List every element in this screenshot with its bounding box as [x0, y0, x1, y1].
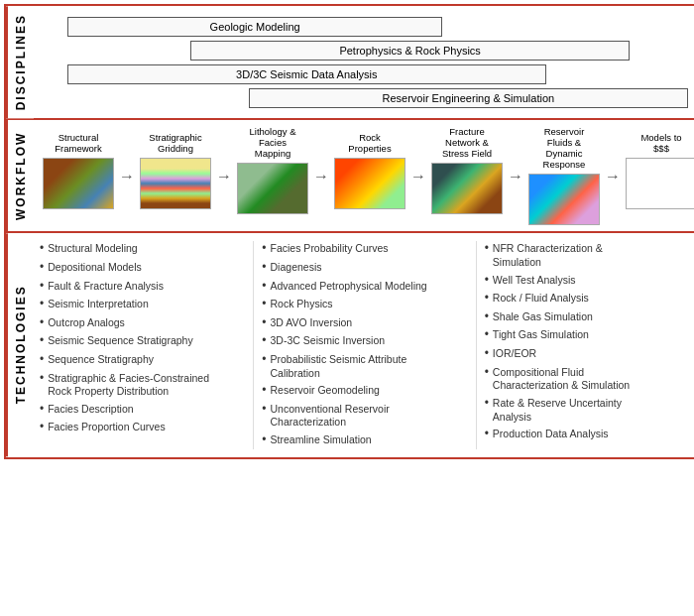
tech-item-1-6: •Probabilistic Seismic Attribute Calibra… [262, 352, 467, 381]
tech-text-0-3: Seismic Interpretation [48, 298, 149, 311]
tech-item-0-7: •Stratigraphic & Facies-Constrained Rock… [40, 371, 245, 400]
workflow-step-image-6 [626, 158, 694, 209]
tech-text-1-7: Reservoir Geomodeling [271, 384, 380, 398]
tech-item-1-0: •Facies Probability Curves [262, 241, 467, 258]
tech-text-1-0: Facies Probability Curves [271, 242, 389, 256]
bullet-icon-1-2: • [262, 279, 266, 295]
workflow-step-image-5 [528, 174, 600, 225]
tech-item-2-0: •NFR Characterization & Simulation [485, 241, 690, 270]
tech-column-1: •Facies Probability Curves•Diagenesis•Ad… [262, 241, 467, 448]
tech-text-1-4: 3D AVO Inversion [271, 316, 353, 330]
tech-item-1-7: •Reservoir Geomodeling [262, 383, 467, 400]
tech-text-0-2: Fault & Fracture Analysis [48, 280, 164, 294]
tech-item-2-2: •Rock / Fluid Analysis [485, 291, 690, 308]
tech-text-2-3: Shale Gas Simulation [493, 310, 593, 324]
tech-text-1-1: Diagenesis [271, 261, 322, 275]
discipline-bar-0: Geologic Modeling [67, 17, 442, 37]
tech-text-2-1: Well Test Analysis [493, 274, 576, 288]
discipline-bar-3: Reservoir Engineering & Simulation [249, 88, 688, 108]
tech-item-2-7: •Rate & Reserve Uncertainty Analysis [485, 396, 690, 425]
disciplines-label: DISCIPLINES [6, 6, 34, 118]
tech-item-2-6: •Compositional Fluid Characterization & … [485, 365, 690, 394]
bullet-icon-0-4: • [40, 315, 44, 331]
bullet-icon-2-4: • [485, 327, 489, 343]
col-divider-1 [253, 241, 254, 448]
bullet-icon-0-8: • [40, 402, 44, 418]
workflow-step-label-2: Lithology & Facies Mapping [249, 126, 295, 159]
bullet-icon-0-1: • [40, 260, 44, 276]
tech-item-1-1: •Diagenesis [262, 260, 467, 277]
bullet-icon-1-1: • [262, 260, 266, 276]
tech-text-2-8: Production Data Analysis [493, 428, 609, 441]
workflow-step-4: Fracture Network & Stress Field [426, 126, 508, 214]
discipline-bar-1: Petrophysics & Rock Physics [190, 41, 630, 61]
tech-item-0-9: •Facies Proportion Curves [40, 420, 245, 436]
tech-text-2-0: NFR Characterization & Simulation [493, 242, 603, 269]
tech-text-0-5: Seismic Sequence Stratigraphy [48, 334, 193, 348]
workflow-step-image-0 [43, 158, 114, 209]
tech-text-2-4: Tight Gas Simulation [493, 328, 589, 342]
discipline-bar-2: 3D/3C Seismic Data Analysis [67, 64, 545, 84]
tech-item-0-8: •Facies Description [40, 402, 245, 419]
bullet-icon-2-6: • [485, 365, 489, 381]
workflow-content: Structural Framework→Stratigraphic Gridd… [34, 120, 694, 231]
bullet-icon-1-6: • [262, 352, 266, 368]
bullet-icon-0-7: • [40, 371, 44, 387]
main-container: DISCIPLINES Geologic ModelingPetrophysic… [4, 4, 694, 459]
tech-text-2-6: Compositional Fluid Characterization & S… [493, 366, 630, 393]
tech-item-2-5: •IOR/EOR [485, 346, 690, 363]
workflow-step-image-4 [431, 163, 503, 214]
bullet-icon-2-1: • [485, 273, 489, 289]
tech-item-0-2: •Fault & Fracture Analysis [40, 279, 245, 296]
tech-text-0-9: Facies Proportion Curves [48, 421, 165, 434]
tech-text-1-2: Advanced Petrophysical Modeling [271, 280, 427, 294]
bullet-icon-0-6: • [40, 352, 44, 368]
bullet-icon-2-0: • [485, 241, 489, 257]
tech-item-0-5: •Seismic Sequence Stratigraphy [40, 333, 245, 350]
bullet-icon-0-3: • [40, 297, 44, 312]
workflow-step-2: Lithology & Facies Mapping [232, 126, 313, 214]
bullet-icon-1-7: • [262, 383, 266, 399]
workflow-section: WORKFLOW Structural Framework→Stratigrap… [6, 120, 694, 233]
workflow-step-label-5: Reservoir Fluids & Dynamic Response [543, 126, 586, 170]
tech-text-0-6: Sequence Stratigraphy [48, 353, 154, 367]
bullet-icon-2-2: • [485, 291, 489, 307]
workflow-arrow-6: → [605, 168, 621, 185]
col-divider-2 [476, 241, 477, 448]
disciplines-content: Geologic ModelingPetrophysics & Rock Phy… [34, 6, 694, 118]
workflow-arrow-1: → [119, 168, 135, 185]
workflow-arrow-4: → [410, 168, 426, 185]
workflow-step-label-6: Models to $$$ [640, 126, 681, 154]
tech-text-1-5: 3D-3C Seismic Inversion [271, 334, 386, 348]
tech-item-0-6: •Sequence Stratigraphy [40, 352, 245, 369]
tech-text-2-2: Rock / Fluid Analysis [493, 292, 589, 306]
tech-text-1-9: Streamline Simulation [271, 433, 372, 447]
workflow-step-image-2 [237, 163, 308, 214]
bullet-icon-0-5: • [40, 333, 44, 349]
technologies-label: TECHNOLOGIES [6, 233, 34, 456]
tech-item-2-8: •Production Data Analysis [485, 427, 690, 443]
tech-item-0-3: •Seismic Interpretation [40, 297, 245, 313]
tech-item-0-0: •Structural Modeling [40, 241, 245, 258]
bullet-icon-2-7: • [485, 396, 489, 412]
bullet-icon-0-9: • [40, 420, 44, 435]
workflow-step-6: Models to $$$ [621, 126, 694, 209]
tech-item-0-4: •Outcrop Analogs [40, 315, 245, 332]
bullet-icon-1-0: • [262, 241, 266, 257]
tech-text-1-8: Unconventional Reservoir Characterizatio… [271, 403, 390, 430]
workflow-step-label-0: Structural Framework [55, 126, 102, 154]
workflow-step-label-4: Fracture Network & Stress Field [442, 126, 492, 159]
tech-text-1-6: Probabilistic Seismic Attribute Calibrat… [271, 353, 407, 380]
tech-text-2-5: IOR/EOR [493, 347, 536, 361]
tech-item-1-4: •3D AVO Inversion [262, 315, 467, 332]
tech-text-0-4: Outcrop Analogs [48, 316, 125, 330]
tech-text-2-7: Rate & Reserve Uncertainty Analysis [493, 397, 622, 424]
tech-item-2-1: •Well Test Analysis [485, 273, 690, 290]
bullet-icon-0-2: • [40, 279, 44, 295]
workflow-step-0: Structural Framework [38, 126, 119, 209]
workflow-label: WORKFLOW [6, 120, 34, 231]
tech-text-0-8: Facies Description [48, 403, 133, 417]
workflow-arrow-5: → [508, 168, 523, 185]
workflow-arrow-2: → [216, 168, 232, 185]
tech-text-0-0: Structural Modeling [48, 242, 137, 256]
